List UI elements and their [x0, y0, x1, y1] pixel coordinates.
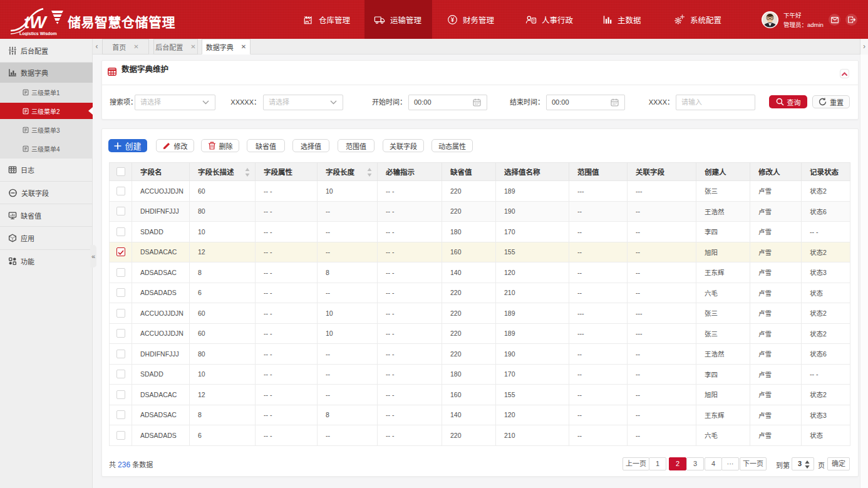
svg-text:Logistics Wisdom: Logistics Wisdom — [19, 31, 57, 36]
svg-text:tW: tW — [24, 13, 48, 32]
